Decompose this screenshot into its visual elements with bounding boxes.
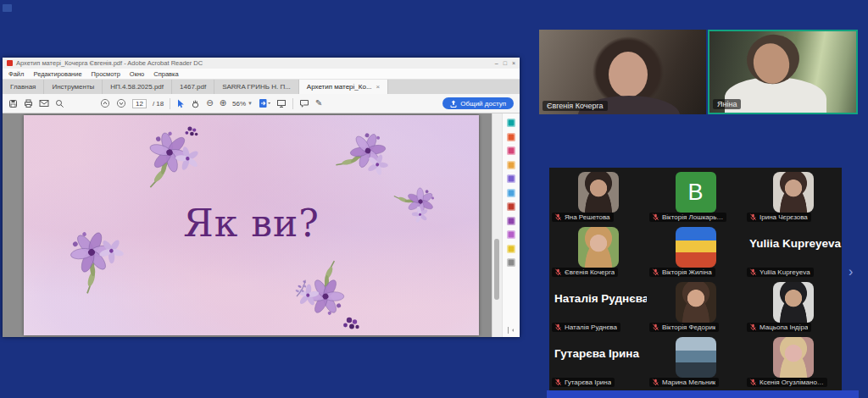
select-tool-icon[interactable] bbox=[176, 99, 185, 108]
page-number-input[interactable]: 12 bbox=[132, 99, 147, 108]
participant-name-label: Гутарєва Ірина bbox=[552, 378, 615, 387]
fill-sign-tool-icon[interactable] bbox=[507, 230, 515, 239]
participant-name-text: Марина Мельник bbox=[662, 379, 715, 386]
participant-name-label: Євгенія Кочерга bbox=[552, 268, 618, 277]
acrobat-reader-window: Архетип матері_Кочерга Євгенія.pdf - Ado… bbox=[3, 58, 520, 337]
tab-label: Главная bbox=[10, 83, 36, 91]
document-area[interactable]: Як ви? bbox=[3, 113, 502, 337]
document-tab[interactable]: Инструменты bbox=[44, 80, 103, 94]
email-icon[interactable] bbox=[39, 99, 49, 108]
menu-item[interactable]: Файл bbox=[8, 70, 24, 78]
participant-name-text: Євгенія Кочерга bbox=[565, 268, 615, 276]
tab-close-icon[interactable]: × bbox=[376, 83, 381, 91]
search-icon[interactable] bbox=[55, 99, 64, 108]
document-tab[interactable]: 1467.pdf bbox=[172, 80, 214, 94]
protect-tool-icon[interactable] bbox=[507, 217, 515, 225]
video-name-label: Яніна bbox=[713, 99, 741, 109]
tab-label: Инструменты bbox=[52, 83, 94, 91]
participant-face bbox=[609, 52, 648, 97]
participant-name-label: Вікторія Федорик bbox=[649, 323, 719, 332]
document-tab[interactable]: НП.4.58.2025.pdf bbox=[103, 80, 172, 94]
zoom-out-icon[interactable]: ⊖ bbox=[206, 99, 213, 108]
share-button[interactable]: Общий доступ bbox=[442, 97, 514, 109]
muted-mic-icon bbox=[554, 379, 562, 386]
next-page-icon[interactable] bbox=[116, 98, 126, 108]
participant-avatar-initial: В bbox=[676, 172, 716, 213]
pen-annotate-icon[interactable]: ✎ bbox=[315, 99, 322, 108]
pdf-slide-page: Як ви? bbox=[24, 115, 479, 335]
participant-name-text: Гутарєва Ірина bbox=[565, 379, 611, 386]
muted-mic-icon bbox=[749, 323, 757, 331]
document-tab[interactable]: Главная bbox=[3, 80, 44, 94]
window-title: Архетип матері_Кочерга Євгенія.pdf - Ado… bbox=[16, 59, 203, 67]
vertical-scrollbar[interactable] bbox=[492, 113, 502, 337]
participant-tile[interactable]: Мацьопа Індіра bbox=[744, 279, 842, 334]
stamp-tool-icon[interactable] bbox=[507, 245, 515, 253]
close-button[interactable]: × bbox=[512, 60, 515, 66]
video-tile-participant[interactable]: Євгенія Кочерга bbox=[539, 30, 706, 114]
redact-tool-icon[interactable] bbox=[507, 202, 515, 211]
more-tools-icon[interactable] bbox=[507, 258, 515, 267]
participant-tile[interactable]: Яна Решетова bbox=[549, 169, 647, 224]
participant-tile[interactable]: Вікторія Жиліна bbox=[647, 224, 744, 279]
participant-name-text: Наталія Руднєва bbox=[565, 323, 617, 331]
video-tile-active-speaker[interactable]: Яніна bbox=[708, 30, 858, 114]
maximize-button[interactable]: □ bbox=[504, 60, 507, 66]
scrollbar-thumb[interactable] bbox=[494, 239, 499, 300]
title-bar: Архетип матері_Кочерга Євгенія.pdf - Ado… bbox=[3, 58, 520, 69]
tab-label: НП.4.58.2025.pdf bbox=[110, 83, 164, 91]
participant-name-label: Yuliia Kupreyeva bbox=[747, 268, 814, 277]
slide-title: Як ви? bbox=[24, 202, 479, 245]
document-tab[interactable]: Архетип матері_Ко...× bbox=[299, 80, 388, 94]
zoom-level-select[interactable]: 56% ▼ bbox=[232, 100, 253, 108]
participant-tile[interactable]: Ірина Чєрєзова bbox=[744, 169, 842, 224]
participant-name-text: Ірина Чєрєзова bbox=[760, 213, 808, 221]
menu-item[interactable]: Просмотр bbox=[92, 70, 120, 78]
participant-name-label: Ксенія Огузлімано… bbox=[747, 378, 827, 387]
organize-pages-tool-icon[interactable] bbox=[507, 189, 515, 197]
participant-display-name: Наталія Руднєва bbox=[554, 292, 647, 305]
combine-files-tool-icon[interactable] bbox=[507, 174, 515, 183]
participant-tile[interactable]: Гутарєва ІринаГутарєва Ірина bbox=[549, 334, 647, 390]
document-tab[interactable]: SARRA ГРИНЬ Н. П... bbox=[214, 80, 299, 94]
participant-tile[interactable]: Наталія РуднєваНаталія Руднєва bbox=[549, 279, 647, 334]
acrobat-toolbar: 12 / 18 ⊖ ⊕ 56% ▼ bbox=[3, 94, 520, 113]
muted-mic-icon bbox=[749, 213, 757, 221]
muted-mic-icon bbox=[652, 268, 659, 276]
comment-tool-icon[interactable] bbox=[507, 161, 515, 169]
print-icon[interactable] bbox=[24, 99, 33, 108]
menu-item[interactable]: Справка bbox=[153, 70, 178, 78]
menu-item[interactable]: Окно bbox=[130, 70, 144, 78]
comment-icon[interactable] bbox=[299, 99, 309, 108]
menu-item[interactable]: Редактирование bbox=[33, 70, 81, 78]
export-pdf-tool-icon[interactable] bbox=[507, 119, 515, 127]
participant-tile[interactable]: Вікторія Федорик bbox=[647, 279, 744, 334]
menu-bar: ФайлРедактированиеПросмотрОкноСправка bbox=[3, 69, 520, 80]
page-display-icon[interactable] bbox=[259, 98, 270, 108]
participant-tile[interactable]: Євгенія Кочерга bbox=[549, 224, 647, 279]
create-pdf-tool-icon[interactable] bbox=[507, 133, 515, 141]
muted-mic-icon bbox=[554, 323, 562, 331]
gallery-next-page-arrow[interactable]: › bbox=[849, 265, 853, 279]
hand-tool-icon[interactable] bbox=[191, 99, 200, 108]
participant-tile[interactable]: Yuliia KupreyevaYuliia Kupreyeva bbox=[744, 224, 842, 279]
previous-page-icon[interactable] bbox=[100, 98, 110, 108]
collapse-panel-handle[interactable] bbox=[508, 327, 515, 334]
participant-name-text: Вікторія Федорик bbox=[662, 323, 715, 331]
participant-avatar bbox=[773, 282, 814, 323]
muted-mic-icon bbox=[652, 379, 659, 386]
muted-mic-icon bbox=[652, 213, 659, 221]
zoom-in-icon[interactable]: ⊕ bbox=[220, 99, 226, 108]
participant-name-text: Яна Решетова bbox=[565, 213, 610, 221]
window-controls: – □ × bbox=[495, 60, 515, 66]
presentation-mode-icon[interactable] bbox=[276, 99, 287, 108]
participant-tile[interactable]: Марина Мельник bbox=[647, 334, 744, 390]
participant-tile[interactable]: Ксенія Огузлімано… bbox=[744, 334, 842, 390]
edit-pdf-tool-icon[interactable] bbox=[507, 146, 515, 155]
document-workspace: Як ви? bbox=[3, 113, 520, 337]
participant-tile[interactable]: ВВікторія Лошкарь… bbox=[647, 169, 744, 224]
minimize-button[interactable]: – bbox=[495, 60, 498, 66]
participants-gallery: Яна РешетоваВВікторія Лошкарь…Ірина Чєрє… bbox=[549, 168, 842, 390]
save-icon[interactable] bbox=[8, 99, 18, 108]
participant-name-label: Вікторія Лошкарь… bbox=[649, 213, 726, 222]
